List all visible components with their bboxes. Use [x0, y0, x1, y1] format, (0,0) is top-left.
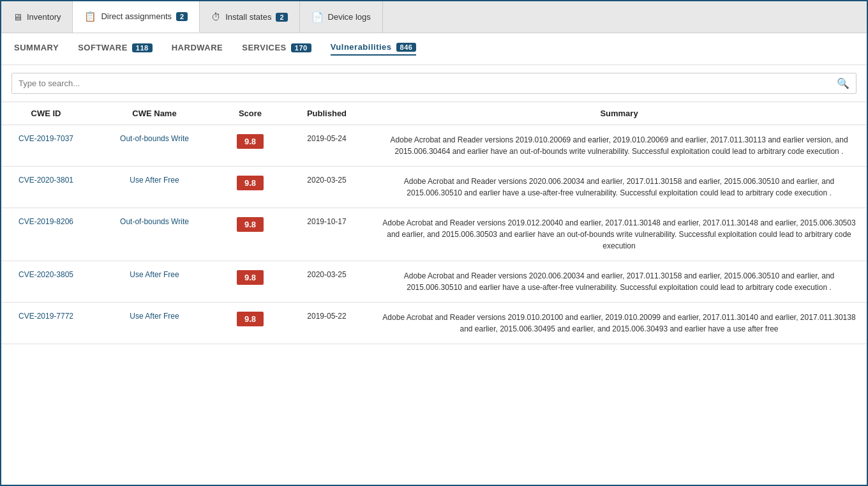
col-header-published: Published [282, 102, 371, 125]
cell-published: 2019-05-24 [282, 125, 371, 167]
cell-summary: Adobe Acrobat and Reader versions 2020.0… [371, 261, 867, 303]
nav-summary[interactable]: SUMMARY [14, 43, 59, 55]
score-badge: 9.8 [237, 217, 264, 232]
services-badge: 170 [291, 43, 311, 52]
search-icon: 🔍 [837, 77, 849, 89]
cell-published: 2020-03-25 [282, 167, 371, 208]
cell-summary: Adobe Acrobat and Reader versions 2020.0… [371, 167, 867, 208]
cell-cwe-name[interactable]: Use After Free [91, 303, 218, 344]
nav-services-label: SERVICES [242, 43, 287, 52]
vulnerabilities-table: CWE ID CWE Name Score Published Summary … [1, 102, 867, 344]
score-badge: 9.8 [237, 176, 264, 190]
nav-software[interactable]: SOFTWARE 118 [78, 43, 153, 55]
search-input[interactable] [19, 79, 837, 88]
table-header-row: CWE ID CWE Name Score Published Summary [1, 102, 867, 125]
cell-cwe-id[interactable]: CVE-2020-3805 [1, 261, 91, 303]
cell-score: 9.8 [218, 303, 282, 344]
vulnerabilities-badge: 846 [396, 43, 417, 52]
table-row: CVE-2019-7772 Use After Free 9.8 2019-05… [1, 303, 867, 344]
cell-score: 9.8 [218, 208, 282, 261]
search-bar: 🔍 [1, 65, 867, 102]
nav-software-label: SOFTWARE [78, 43, 128, 52]
col-header-score: Score [218, 102, 282, 125]
install-states-badge: 2 [276, 13, 287, 22]
score-badge: 9.8 [237, 270, 264, 285]
search-input-wrap: 🔍 [11, 73, 857, 94]
cell-score: 9.8 [218, 125, 282, 167]
score-badge: 9.8 [237, 312, 264, 326]
col-header-summary: Summary [371, 102, 867, 125]
tab-inventory[interactable]: 🖥 Inventory [1, 1, 73, 33]
tab-install-states[interactable]: ⏱ Install states 2 [200, 1, 299, 33]
nav-services[interactable]: SERVICES 170 [242, 43, 311, 55]
table-row: CVE-2019-8206 Out-of-bounds Write 9.8 20… [1, 208, 867, 261]
cell-cwe-id[interactable]: CVE-2020-3801 [1, 167, 91, 208]
nav-vulnerabilities[interactable]: Vulnerabilities 846 [331, 42, 417, 56]
cell-cwe-name[interactable]: Use After Free [91, 261, 218, 303]
clipboard-icon: 📋 [84, 11, 96, 22]
cell-published: 2019-10-17 [282, 208, 371, 261]
cell-cwe-id[interactable]: CVE-2019-7772 [1, 303, 91, 344]
tab-inventory-label: Inventory [27, 12, 61, 22]
nav-summary-label: SUMMARY [14, 43, 59, 52]
tab-device-logs-label: Device logs [328, 12, 371, 22]
col-header-cwe-name: CWE Name [91, 102, 218, 125]
tab-install-states-label: Install states [225, 12, 271, 22]
cell-cwe-id[interactable]: CVE-2019-7037 [1, 125, 91, 167]
score-badge: 9.8 [237, 134, 264, 149]
cell-cwe-name[interactable]: Out-of-bounds Write [91, 208, 218, 261]
cell-score: 9.8 [218, 261, 282, 303]
doc-icon: 📄 [311, 11, 324, 23]
col-header-cwe-id: CWE ID [1, 102, 91, 125]
table-row: CVE-2020-3801 Use After Free 9.8 2020-03… [1, 167, 867, 208]
tab-device-logs[interactable]: 📄 Device logs [300, 1, 383, 33]
cell-cwe-name[interactable]: Use After Free [91, 167, 218, 208]
cell-published: 2020-03-25 [282, 261, 371, 303]
direct-assignments-badge: 2 [176, 12, 188, 21]
cell-published: 2019-05-22 [282, 303, 371, 344]
table-row: CVE-2019-7037 Out-of-bounds Write 9.8 20… [1, 125, 867, 167]
nav-hardware[interactable]: HARDWARE [172, 43, 223, 55]
top-tab-bar: 🖥 Inventory 📋 Direct assignments 2 ⏱ Ins… [1, 1, 867, 33]
cell-summary: Adobe Acrobat and Reader versions 2019.0… [371, 303, 867, 344]
nav-hardware-label: HARDWARE [172, 43, 223, 52]
software-badge: 118 [132, 43, 153, 52]
cell-summary: Adobe Acrobat and Reader versions 2019.0… [371, 208, 867, 261]
monitor-icon: 🖥 [13, 11, 22, 22]
nav-vulnerabilities-label: Vulnerabilities [331, 42, 392, 52]
cell-cwe-id[interactable]: CVE-2019-8206 [1, 208, 91, 261]
cell-cwe-name[interactable]: Out-of-bounds Write [91, 125, 218, 167]
table-row: CVE-2020-3805 Use After Free 9.8 2020-03… [1, 261, 867, 303]
cell-summary: Adobe Acrobat and Reader versions 2019.0… [371, 125, 867, 167]
vulnerabilities-table-container: CWE ID CWE Name Score Published Summary … [1, 102, 867, 466]
clock-icon: ⏱ [211, 11, 221, 22]
tab-direct-assignments-label: Direct assignments [101, 11, 172, 21]
secondary-nav: SUMMARY SOFTWARE 118 HARDWARE SERVICES 1… [1, 33, 867, 65]
cell-score: 9.8 [218, 167, 282, 208]
tab-direct-assignments[interactable]: 📋 Direct assignments 2 [73, 1, 200, 33]
